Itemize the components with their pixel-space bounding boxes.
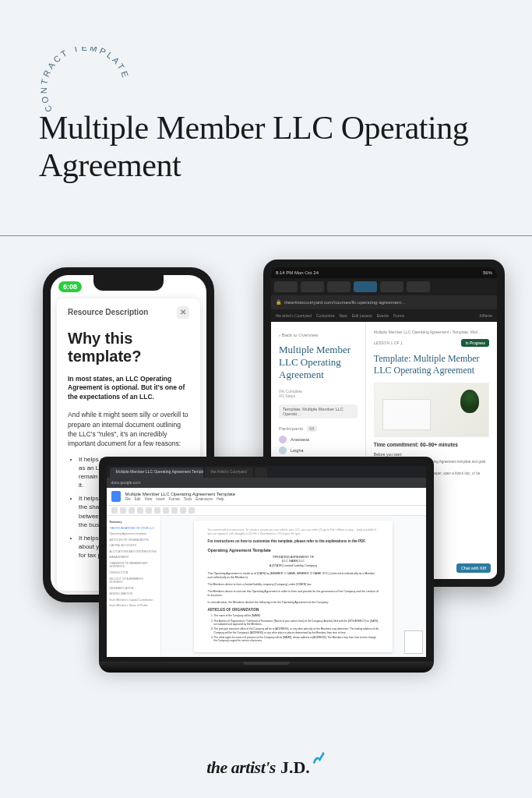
close-icon[interactable]: ✕ xyxy=(177,306,189,319)
list-item: The principal executive office of the Co… xyxy=(214,627,379,634)
toolbar-button[interactable] xyxy=(154,507,160,514)
brand-logo: the artist's J.D. xyxy=(206,757,326,778)
participants-label: Participants 68 xyxy=(279,426,358,431)
page-thumbnail[interactable] xyxy=(404,630,423,654)
toolbar-item[interactable]: New xyxy=(340,313,347,318)
svg-text:CONTRACT TEMPLATE: CONTRACT TEMPLATE xyxy=(39,47,131,114)
back-link[interactable]: ‹ Back to Overview xyxy=(279,333,358,337)
outline-item[interactable]: ARTICLES OF ORGANIZATION xyxy=(110,538,157,542)
outline-item[interactable]: MANAGEMENT xyxy=(110,556,157,560)
browser-tabs[interactable] xyxy=(271,278,497,295)
toolbar-button[interactable] xyxy=(188,507,195,514)
browser-tab-active[interactable]: Multiple Member LLC Operating Agreement … xyxy=(110,468,203,478)
header: CONTRACT TEMPLATE Multiple Member LLC Op… xyxy=(0,0,532,208)
menu-item[interactable]: Edit xyxy=(135,497,141,501)
tab[interactable] xyxy=(380,281,403,292)
browser-tab[interactable]: the Artist's Courtyard xyxy=(205,468,253,478)
lesson-chip[interactable]: Template: Multiple Member LLC Operati… xyxy=(279,404,358,418)
outline-item[interactable]: Summary xyxy=(110,521,157,524)
browser-tab[interactable] xyxy=(255,468,267,478)
menu-item[interactable]: Insert xyxy=(156,497,164,501)
docs-header: Multiple Member LLC Operating Agreement … xyxy=(107,488,426,506)
avatar xyxy=(279,436,287,443)
toolbar-button[interactable] xyxy=(146,507,152,514)
toolbar-item[interactable]: Forms xyxy=(393,313,404,318)
svg-point-1 xyxy=(322,752,325,754)
participants-count: 68 xyxy=(307,425,317,432)
lock-icon: 🔒 xyxy=(276,299,281,305)
toolbar-button[interactable] xyxy=(163,507,169,514)
list-item: The name of the Company will be [NAME]. xyxy=(214,614,379,617)
doc-paragraph: The Members desire to form a limited lia… xyxy=(208,583,379,587)
toolbar-button[interactable] xyxy=(137,507,143,514)
doc-heading: Operating Agreement Template xyxy=(208,548,379,553)
menu-item[interactable]: File xyxy=(125,497,131,501)
menu-item[interactable]: View xyxy=(145,497,153,501)
outline-item[interactable]: ALLOCATIONS AND DISTRIBUTIONS xyxy=(110,550,157,554)
outline-item[interactable]: THE FOUNDATIONS OF YOUR LLC xyxy=(110,527,157,531)
tab[interactable] xyxy=(301,281,324,292)
status-badge: In Progress xyxy=(461,339,489,347)
chat-button[interactable]: Chat with Kiff xyxy=(456,563,491,573)
admin-toolbar: the artist's Courtyard Customize New Edi… xyxy=(271,309,497,322)
breadcrumb[interactable]: Multiple Member LLC Operating Agreement … xyxy=(374,330,489,334)
status-time: 8:14 PM Mon Oct 24 xyxy=(276,270,319,275)
doc-paragraph: This Operating Agreement is made as of [… xyxy=(208,572,379,580)
outline-item[interactable]: Operating Agreement template xyxy=(110,532,157,536)
phone-paragraph: And while it might seem silly or overkil… xyxy=(68,410,189,448)
toolbar-item[interactable]: Events xyxy=(377,313,389,318)
page-canvas[interactable]: You cannot edit this document. To create… xyxy=(161,516,426,657)
toolbar-item[interactable]: Edit Lesson xyxy=(352,313,372,318)
menu-item[interactable]: Extensions xyxy=(196,497,213,501)
toolbar-button[interactable] xyxy=(171,507,178,514)
toolbar-button[interactable] xyxy=(129,507,135,514)
menu-item[interactable]: Format xyxy=(168,497,179,501)
docs-toolbar xyxy=(107,506,426,516)
doc-subheading: ARTICLES OF ORGANIZATION xyxy=(208,608,379,612)
outline-item[interactable]: Each Member's Capital Contribution xyxy=(110,598,157,602)
outline-item[interactable]: CAPITAL ACCOUNTS xyxy=(110,544,157,548)
url-bar[interactable]: 🔒 theartistscourtyard.com/courses/llc-op… xyxy=(271,295,497,309)
tab[interactable] xyxy=(274,281,298,292)
doc-paragraph: In consideration, the Members declare th… xyxy=(208,601,379,605)
laptop-frame: Multiple Member LLC Operating Agreement … xyxy=(99,457,434,662)
chrome-url-bar[interactable]: docs.google.com xyxy=(107,478,426,488)
phone-intro: In most states, an LLC Operating Agreeme… xyxy=(68,375,189,403)
toolbar-button[interactable] xyxy=(180,507,186,514)
laptop-screen: Multiple Member LLC Operating Agreement … xyxy=(107,466,426,657)
outline-item[interactable]: TRANSFER OF MEMBERSHIP INTERESTS xyxy=(110,562,157,569)
toolbar-button[interactable] xyxy=(120,507,126,514)
url-text: theartistscourtyard.com/courses/llc-oper… xyxy=(284,300,406,305)
tablet-status-bar: 8:14 PM Mon Oct 24 56% xyxy=(271,267,497,278)
logo-text-the-artists: the artist's xyxy=(206,757,276,778)
badge-text: CONTRACT TEMPLATE xyxy=(39,47,131,114)
outline-item[interactable]: MISCELLANEOUS xyxy=(110,592,157,596)
course-title: Multiple Member LLC Operating Agreement xyxy=(279,344,358,382)
doc-ordered-list: The name of the Company will be [NAME]. … xyxy=(208,614,379,642)
tab[interactable] xyxy=(407,281,430,292)
list-item: The initial agent for service of process… xyxy=(214,636,379,643)
participant-row[interactable]: Leigha xyxy=(279,447,358,454)
outline-item[interactable]: INDEMNIFICATION xyxy=(110,587,157,591)
contract-template-badge: CONTRACT TEMPLATE xyxy=(39,47,132,140)
tab[interactable] xyxy=(327,281,351,292)
url-text: docs.google.com xyxy=(111,480,141,485)
google-docs-icon[interactable] xyxy=(111,491,121,502)
docs-menu: File Edit View Insert Format Tools Exten… xyxy=(125,497,236,501)
phone-notch xyxy=(93,275,164,291)
laptop-mockup: Multiple Member LLC Operating Agreement … xyxy=(99,457,434,673)
user-label[interactable]: Kiffanie xyxy=(479,313,492,318)
phone-time-pill: 6:08 xyxy=(58,281,82,292)
toolbar-item[interactable]: Customize xyxy=(316,313,335,318)
toolbar-item[interactable]: the artist's Courtyard xyxy=(276,313,312,318)
menu-item[interactable]: Tools xyxy=(184,497,192,501)
document-title[interactable]: Multiple Member LLC Operating Agreement … xyxy=(125,492,236,496)
status-battery: 56% xyxy=(483,270,492,275)
participant-row[interactable]: Anastasia xyxy=(279,436,358,443)
outline-item[interactable]: DISSOLUTION xyxy=(110,571,157,575)
toolbar-button[interactable] xyxy=(111,507,118,514)
outline-item[interactable]: BUY-OUT OF A MEMBER'S INTEREST xyxy=(110,577,157,584)
tab-active[interactable] xyxy=(354,281,377,292)
outline-item[interactable]: Each Member's Share of Profits xyxy=(110,604,157,608)
menu-item[interactable]: Help xyxy=(217,497,224,501)
